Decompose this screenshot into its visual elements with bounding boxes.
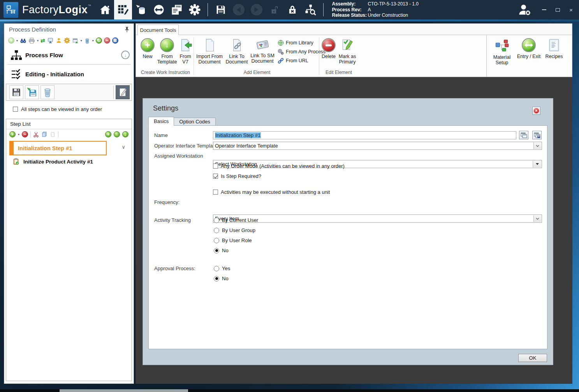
approval-yes-row[interactable]: Yes xyxy=(214,265,230,271)
edit-mode-button[interactable] xyxy=(116,85,130,99)
home-icon[interactable] xyxy=(96,0,114,19)
any-order-checkbox[interactable] xyxy=(13,107,18,112)
discard-step-button[interactable] xyxy=(40,85,55,99)
user-logout-icon[interactable] xyxy=(518,3,532,17)
activities-without-unit-checkbox[interactable] xyxy=(213,190,218,195)
activity-item[interactable]: Initialize Product Activity #1 xyxy=(12,158,93,165)
dropdown-arrow-icon[interactable] xyxy=(533,161,541,167)
remove-step-icon[interactable]: − xyxy=(22,131,28,137)
from-any-process-button[interactable]: From Any Process xyxy=(278,49,326,55)
mark-as-primary-button[interactable]: Mark as Primary xyxy=(338,38,357,65)
print-icon[interactable] xyxy=(28,37,35,44)
ok-button[interactable]: OK xyxy=(518,354,547,362)
is-step-required-row[interactable]: Is Step Required? xyxy=(213,173,261,179)
settings-gear-icon[interactable] xyxy=(186,0,204,19)
from-url-button[interactable]: From URL xyxy=(278,58,308,64)
process-definition-icon[interactable] xyxy=(114,0,132,19)
reports-icon[interactable] xyxy=(168,0,186,19)
lock-close-icon[interactable] xyxy=(283,0,301,19)
optimize-icon[interactable]: ⇄ xyxy=(40,37,45,44)
delete-element-button[interactable]: Delete xyxy=(320,38,337,59)
sync-icon[interactable] xyxy=(150,0,168,19)
stop-icon[interactable]: − xyxy=(104,37,110,44)
add-step-icon[interactable]: + xyxy=(9,131,16,137)
name-input[interactable]: Initialization Step #1 xyxy=(213,131,516,139)
search-add-icon[interactable]: + xyxy=(105,131,111,137)
move-down-icon[interactable]: ↓ xyxy=(122,131,128,137)
save-step-button[interactable] xyxy=(9,85,23,99)
link-to-sm-document-button[interactable]: Link To SM Document xyxy=(250,38,275,64)
refresh-icon[interactable]: ↻ xyxy=(96,37,102,44)
chevron-down-icon[interactable] xyxy=(533,142,541,149)
save-template-button[interactable] xyxy=(532,131,542,139)
find-icon[interactable] xyxy=(20,37,26,44)
material-setup-button[interactable]: Material Setup xyxy=(491,38,513,65)
import-from-document-button[interactable]: Import From Document xyxy=(195,38,224,65)
operator-icon[interactable] xyxy=(56,37,62,44)
tracking-no-row[interactable]: No xyxy=(214,248,229,253)
tracking-by-user-role-row[interactable]: By User Role xyxy=(214,237,252,243)
workstation-icon[interactable] xyxy=(47,37,54,44)
divider xyxy=(30,132,31,137)
tracking-no-radio[interactable] xyxy=(214,248,219,253)
is-step-required-checkbox[interactable] xyxy=(213,174,218,179)
export-window-icon[interactable] xyxy=(72,37,79,44)
save-icon[interactable] xyxy=(212,0,230,19)
add-step-caret-icon[interactable]: ▾ xyxy=(18,133,19,136)
back-icon[interactable] xyxy=(230,0,248,19)
tracking-by-current-user-row[interactable]: By Current User xyxy=(214,217,258,223)
approval-no-row[interactable]: No xyxy=(214,276,229,281)
add-icon[interactable]: + xyxy=(8,37,14,44)
pin-icon[interactable] xyxy=(124,26,130,33)
delete-trash-icon[interactable] xyxy=(84,37,90,44)
delete-caret-icon[interactable]: ▾ xyxy=(92,39,94,42)
from-library-button[interactable]: From Library xyxy=(278,40,313,46)
any-order-mode-row[interactable]: Any Order Mode (Activities can be viewed… xyxy=(213,163,345,169)
activities-without-unit-row[interactable]: Activities may be executed without start… xyxy=(213,189,330,195)
app-title: FactoryLogix™ xyxy=(22,4,92,16)
unlock-icon[interactable] xyxy=(266,0,283,19)
step-item-selected[interactable]: Initialization Step #1 xyxy=(9,141,107,155)
tracking-by-user-group-radio[interactable] xyxy=(214,228,219,233)
add-caret-icon[interactable]: ▾ xyxy=(16,39,18,42)
export-caret-icon[interactable]: ▾ xyxy=(81,39,82,42)
approval-no-radio[interactable] xyxy=(214,276,219,281)
tracking-by-current-user-radio[interactable] xyxy=(214,218,219,223)
collapse-icon[interactable]: ↓ xyxy=(121,51,130,59)
frequency-combo[interactable]: Every Item xyxy=(213,214,542,223)
print-caret-icon[interactable]: ▾ xyxy=(37,39,39,42)
minimize-icon[interactable] xyxy=(542,9,546,10)
any-order-checkbox-row[interactable]: All steps can be viewed in any order xyxy=(13,106,102,112)
tab-document-tools[interactable]: Document Tools xyxy=(137,25,179,35)
tracking-by-user-group-row[interactable]: By User Group xyxy=(214,227,255,233)
new-button[interactable]: + New xyxy=(139,38,156,59)
tab-option-codes[interactable]: Option Codes xyxy=(174,118,216,126)
maximize-icon[interactable] xyxy=(556,8,560,12)
copy-icon[interactable] xyxy=(41,131,48,137)
tab-basics[interactable]: Basics xyxy=(148,117,174,126)
move-up-icon[interactable]: ↑ xyxy=(114,131,120,137)
recipes-button[interactable]: Recipes xyxy=(544,38,564,59)
chevron-down-icon[interactable] xyxy=(533,215,541,222)
data-import-icon[interactable] xyxy=(132,0,150,19)
link-to-document-button[interactable]: Link To Document xyxy=(225,38,249,65)
dialog-close-button[interactable]: × xyxy=(532,107,540,115)
import-step-button[interactable] xyxy=(25,85,39,99)
tracking-by-user-role-radio[interactable] xyxy=(214,238,219,243)
approval-yes-radio[interactable] xyxy=(214,266,219,271)
forward-icon[interactable] xyxy=(248,0,266,19)
step-chevron-down-icon[interactable]: ∨ xyxy=(121,144,125,150)
close-window-icon[interactable]: × xyxy=(569,7,573,13)
entry-exit-button[interactable]: Entry / Exit xyxy=(516,38,542,59)
process-flow-row[interactable]: Process Flow ↓ xyxy=(4,48,134,63)
process-search-icon[interactable] xyxy=(301,0,319,19)
operator-interface-template-combo[interactable]: Operator Interface Template xyxy=(213,142,542,150)
paste-icon[interactable] xyxy=(50,131,56,137)
gear-gold-icon[interactable] xyxy=(64,37,70,44)
pause-icon[interactable] xyxy=(112,37,118,44)
open-template-button[interactable] xyxy=(519,131,528,139)
cut-icon[interactable] xyxy=(33,132,39,137)
any-order-mode-checkbox[interactable] xyxy=(213,163,218,169)
from-template-button[interactable]: ↓ From Template xyxy=(157,38,177,65)
from-v7-button[interactable]: From V7 xyxy=(178,38,193,65)
